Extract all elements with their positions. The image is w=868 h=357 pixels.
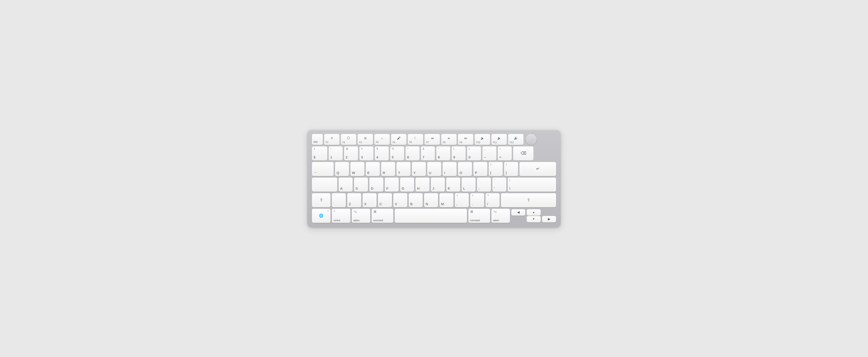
key-b[interactable]: B (409, 193, 423, 207)
key-k[interactable]: K (446, 177, 460, 192)
key-7[interactable]: & 7 (421, 147, 435, 160)
key-h[interactable]: H (415, 177, 430, 192)
key-section[interactable]: ± § (312, 147, 327, 160)
key-option-left[interactable]: ⌥ option (352, 209, 370, 223)
asdf-key-row: • A S D F G H J K L : ; (312, 177, 556, 192)
key-q[interactable]: Q (335, 162, 349, 176)
key-2[interactable]: @ 2 (344, 147, 358, 160)
key-period[interactable]: > . (470, 193, 484, 207)
key-caps-lock[interactable]: • (312, 177, 337, 192)
key-l[interactable]: L (462, 177, 475, 192)
key-q-main: Q (337, 171, 339, 175)
key-x[interactable]: X (363, 193, 377, 207)
key-t[interactable]: T (397, 162, 410, 176)
key-x-main: X (364, 202, 366, 206)
key-f10[interactable]: 🔈 F10 (475, 134, 490, 145)
key-e[interactable]: E (366, 162, 380, 176)
key-f4[interactable]: ⌕ F4 (374, 134, 390, 145)
arrow-cluster: ◀ ▲ ▼ ▶ (511, 209, 556, 222)
key-control[interactable]: ^ control (332, 209, 350, 223)
key-z[interactable]: Z (347, 193, 361, 207)
key-f8[interactable]: ⏯ F8 (441, 134, 457, 145)
key-shift-left[interactable]: ⇧ (312, 193, 331, 207)
key-a-main: A (340, 186, 342, 191)
key-command-left[interactable]: ⌘ command (372, 209, 393, 223)
key-lbracket[interactable]: { [ (489, 162, 503, 176)
key-f12[interactable]: 🔊 F12 (508, 134, 524, 145)
key-slash[interactable]: ? / (486, 193, 500, 207)
key-touch-id[interactable] (525, 134, 537, 145)
qwerty-key-row: → Q W E R T Y U I O P { (312, 162, 556, 176)
key-f1[interactable]: ☀ F1 (324, 134, 340, 145)
key-fn-globe[interactable]: fn 🌐 (312, 209, 331, 223)
key-1[interactable]: ! 1 (329, 147, 343, 160)
key-f2[interactable]: 🌣 F2 (341, 134, 356, 145)
key-quote[interactable]: " ' (492, 177, 506, 192)
key-esc[interactable]: esc (312, 134, 323, 145)
key-s[interactable]: S (354, 177, 368, 192)
key-f7-icon: ⏮ (431, 136, 434, 140)
key-f[interactable]: F (385, 177, 399, 192)
key-c[interactable]: C (378, 193, 392, 207)
key-g[interactable]: G (400, 177, 414, 192)
key-u[interactable]: U (427, 162, 441, 176)
key-arrow-right[interactable]: ▶ (542, 216, 556, 222)
key-command-right[interactable]: ⌘ command (468, 209, 490, 223)
key-backtick[interactable]: ~ ` (332, 193, 346, 207)
key-p[interactable]: P (473, 162, 487, 176)
key-v[interactable]: V (393, 193, 407, 207)
key-rbracket[interactable]: } ] (504, 162, 518, 176)
key-j[interactable]: J (431, 177, 445, 192)
key-f5[interactable]: 🎤 F5 (391, 134, 406, 145)
key-semicolon[interactable]: : ; (477, 177, 491, 192)
key-d-main: D (371, 186, 373, 191)
caps-dot: • (314, 179, 314, 181)
key-backspace[interactable]: ⌫ (513, 147, 533, 160)
key-a[interactable]: A (339, 177, 352, 192)
key-return[interactable]: ↵ (520, 162, 556, 176)
key-backslash[interactable]: | \ (508, 177, 556, 192)
key-i[interactable]: I (442, 162, 457, 176)
key-o[interactable]: O (458, 162, 472, 176)
key-v-main: V (395, 202, 397, 206)
key-tab[interactable]: → (312, 162, 334, 176)
key-arrow-left[interactable]: ◀ (511, 209, 525, 216)
key-f11[interactable]: 🔉 F11 (491, 134, 507, 145)
key-f3[interactable]: ⊞ F3 (358, 134, 373, 145)
arrow-up-down-pair: ▲ ▼ (527, 209, 541, 222)
key-y[interactable]: Y (412, 162, 426, 176)
key-6[interactable]: ^ 6 (405, 147, 420, 160)
key-comma[interactable]: < , (455, 193, 469, 207)
option-left-symbol: ⌥ (353, 210, 357, 214)
key-f6[interactable]: ☾ F6 (408, 134, 423, 145)
key-f5-label: F5 (393, 141, 395, 144)
key-d[interactable]: D (369, 177, 383, 192)
key-minus[interactable]: _ − (483, 147, 496, 160)
key-0[interactable]: ) 0 (467, 147, 481, 160)
key-9[interactable]: ( 9 (452, 147, 466, 160)
key-spacebar[interactable] (395, 209, 467, 223)
key-minus-main: − (484, 155, 486, 159)
key-5[interactable]: % 5 (390, 147, 404, 160)
key-m[interactable]: M (439, 193, 454, 207)
key-n[interactable]: N (424, 193, 438, 207)
key-3-top: # (361, 148, 363, 150)
key-shift-right[interactable]: ⇧ (501, 193, 556, 207)
key-f4-icon: ⌕ (381, 136, 383, 140)
key-f7[interactable]: ⏮ F7 (425, 134, 440, 145)
key-f1-label: F1 (326, 141, 329, 143)
key-8[interactable]: * 8 (436, 147, 450, 160)
key-equals[interactable]: + = (498, 147, 512, 160)
key-t-main: T (398, 171, 400, 175)
key-r[interactable]: R (381, 162, 395, 176)
key-f9[interactable]: ⏭ F9 (458, 134, 473, 145)
key-period-main: . (472, 202, 473, 206)
key-w[interactable]: W (350, 162, 364, 176)
key-3[interactable]: # 3 (360, 147, 373, 160)
key-option-right[interactable]: ⌥ option (491, 209, 510, 223)
key-f6-label: F6 (409, 141, 412, 143)
arrow-left-icon: ◀ (517, 210, 520, 214)
key-4[interactable]: $ 4 (375, 147, 389, 160)
key-arrow-down[interactable]: ▼ (527, 216, 541, 222)
key-arrow-up[interactable]: ▲ (527, 209, 541, 216)
